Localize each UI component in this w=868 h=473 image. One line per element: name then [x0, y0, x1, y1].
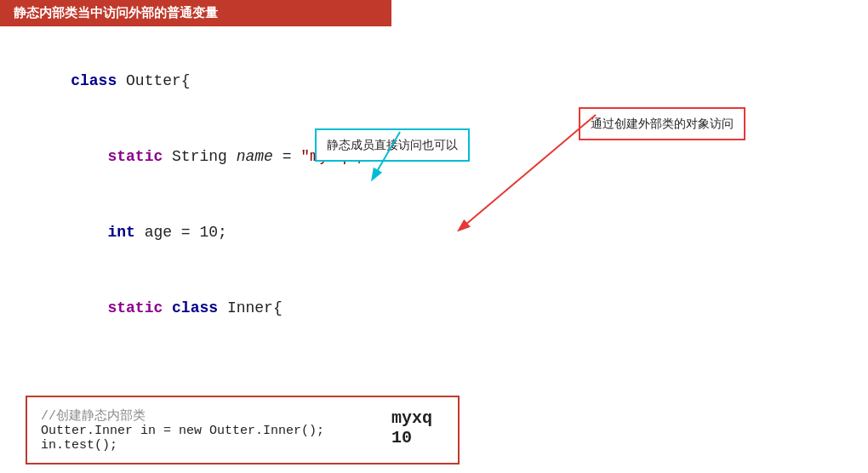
annotation-red: 通过创建外部类的对象访问 [579, 107, 745, 140]
output-line1: myxq [391, 408, 432, 428]
header-title: 静态内部类当中访问外部的普通变量 [14, 5, 218, 20]
annotation-cyan: 静态成员直接访问也可以 [315, 128, 470, 162]
bottom-line1: Outter.Inner in = new Outter.Inner(); [41, 424, 444, 438]
output-line2: 10 [391, 428, 432, 447]
bottom-comment: //创建静态内部类 [41, 407, 444, 424]
bottom-output: myxq 10 [391, 408, 432, 447]
header-bar: 静态内部类当中访问外部的普通变量 [0, 0, 391, 26]
bottom-line2: in.test(); [41, 438, 444, 453]
code-line-5 [34, 346, 834, 372]
code-line-3: int age = 10; [34, 195, 834, 271]
code-line-4: static class Inner{ [34, 271, 834, 346]
